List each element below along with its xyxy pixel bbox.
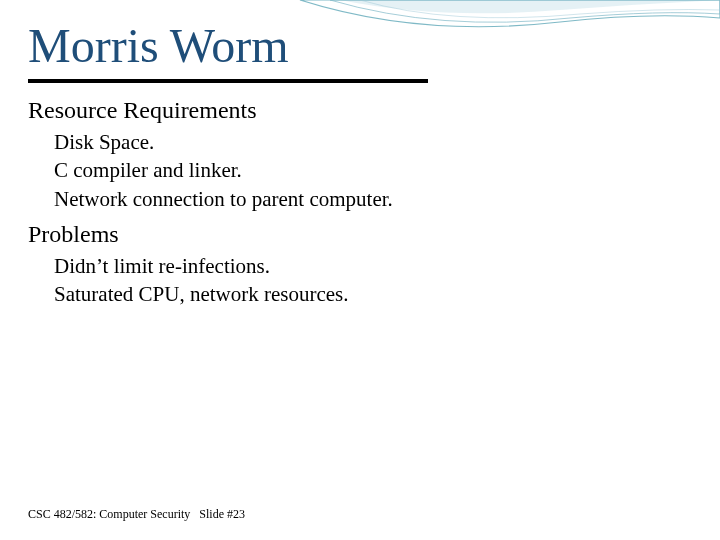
list-item: Didn’t limit re-infections. xyxy=(28,252,692,280)
list-item: Network connection to parent computer. xyxy=(28,185,692,213)
footer-slide-number: Slide #23 xyxy=(199,507,245,521)
section-heading-problems: Problems xyxy=(28,221,692,248)
slide-footer: CSC 482/582: Computer Security Slide #23 xyxy=(28,507,245,522)
footer-course: CSC 482/582: Computer Security xyxy=(28,507,190,521)
list-item: Disk Space. xyxy=(28,128,692,156)
section-heading-resources: Resource Requirements xyxy=(28,97,692,124)
slide-title: Morris Worm xyxy=(0,0,720,79)
list-item: C compiler and linker. xyxy=(28,156,692,184)
slide-content: Resource Requirements Disk Space. C comp… xyxy=(0,83,720,309)
list-item: Saturated CPU, network resources. xyxy=(28,280,692,308)
